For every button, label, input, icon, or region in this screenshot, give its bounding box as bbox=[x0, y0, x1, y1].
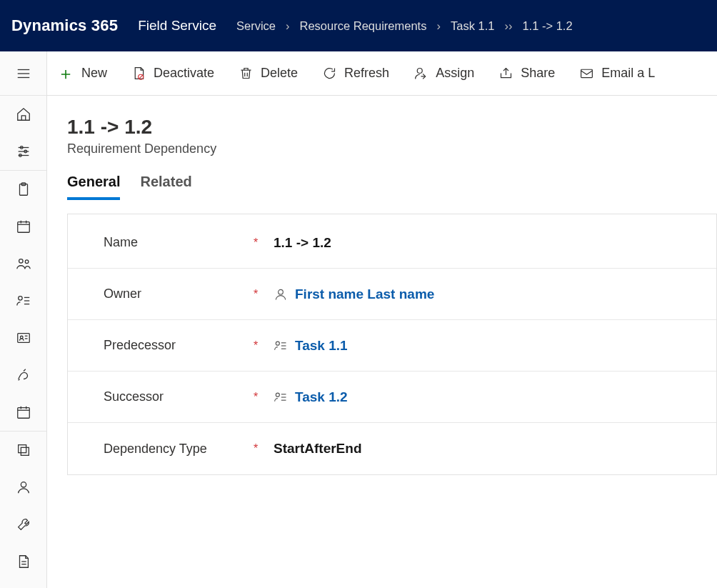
wrench-icon bbox=[16, 517, 31, 532]
plus-icon: ＋ bbox=[57, 65, 74, 82]
share-label: Share bbox=[521, 66, 555, 81]
svg-rect-30 bbox=[21, 447, 29, 455]
field-predecessor-value[interactable]: Task 1.1 bbox=[274, 338, 348, 354]
breadcrumb-resource-requirements[interactable]: Resource Requirements bbox=[300, 19, 427, 33]
field-dependency-type-label: Dependency Type bbox=[104, 442, 254, 457]
refresh-label: Refresh bbox=[344, 66, 389, 81]
tab-general[interactable]: General bbox=[67, 169, 120, 200]
breadcrumb-parent[interactable]: Task 1.1 bbox=[451, 19, 494, 33]
svg-rect-29 bbox=[18, 445, 26, 453]
field-name-row: Name * 1.1 -> 1.2 bbox=[68, 217, 716, 269]
svg-point-42 bbox=[279, 289, 284, 294]
trash-icon bbox=[239, 66, 254, 81]
document-icon bbox=[16, 554, 31, 569]
person-icon bbox=[274, 287, 288, 302]
nav-home[interactable] bbox=[0, 96, 47, 133]
field-predecessor-row: Predecessor * Task 1.1 bbox=[68, 320, 716, 372]
field-successor-text: Task 1.2 bbox=[295, 389, 348, 405]
deactivate-label: Deactivate bbox=[154, 66, 214, 81]
breadcrumb-current: 1.1 -> 1.2 bbox=[522, 19, 572, 33]
form-card: Name * 1.1 -> 1.2 Owner * First name Las… bbox=[67, 214, 717, 475]
email-label: Email a L bbox=[601, 66, 655, 81]
deactivate-icon bbox=[131, 66, 146, 81]
field-owner-label: Owner bbox=[104, 286, 254, 302]
svg-rect-11 bbox=[17, 222, 29, 233]
assign-button[interactable]: Assign bbox=[413, 66, 474, 81]
chevron-right-icon: › bbox=[286, 19, 290, 33]
share-icon bbox=[498, 66, 513, 81]
home-icon bbox=[16, 106, 31, 122]
delete-button[interactable]: Delete bbox=[239, 66, 298, 81]
nav-settings[interactable] bbox=[0, 506, 47, 543]
entity-label: Requirement Dependency bbox=[67, 141, 717, 156]
field-dependency-type-value[interactable]: StartAfterEnd bbox=[274, 441, 362, 457]
svg-rect-41 bbox=[581, 69, 593, 77]
field-name-text: 1.1 -> 1.2 bbox=[274, 235, 331, 251]
field-predecessor-text: Task 1.1 bbox=[295, 338, 348, 354]
field-dependency-type-row: Dependency Type * StartAfterEnd bbox=[68, 423, 716, 474]
nav-contact-card[interactable] bbox=[0, 319, 47, 357]
record-title: 1.1 -> 1.2 bbox=[67, 116, 717, 139]
double-chevron-right-icon: ›› bbox=[504, 19, 512, 33]
required-indicator: * bbox=[254, 339, 274, 352]
svg-point-31 bbox=[21, 482, 26, 487]
main-area: ＋ New Deactivate Delete Refresh Assign bbox=[47, 51, 717, 588]
field-owner-row: Owner * First name Last name bbox=[68, 269, 716, 320]
left-nav-rail bbox=[0, 51, 47, 588]
nav-person-list[interactable] bbox=[0, 282, 47, 319]
refresh-button[interactable]: Refresh bbox=[322, 66, 389, 81]
new-button[interactable]: ＋ New bbox=[57, 65, 107, 82]
nav-calendar-2[interactable] bbox=[0, 394, 47, 431]
breadcrumb-area[interactable]: Service bbox=[236, 19, 276, 33]
form-tabs: General Related bbox=[67, 169, 717, 201]
share-button[interactable]: Share bbox=[498, 66, 555, 81]
required-indicator: * bbox=[254, 288, 274, 301]
person-list-icon bbox=[16, 293, 31, 309]
svg-point-38 bbox=[417, 69, 422, 74]
global-header: Dynamics 365 Field Service Service › Res… bbox=[0, 0, 717, 51]
nav-stack[interactable] bbox=[0, 432, 47, 469]
person-list-icon bbox=[274, 339, 288, 353]
command-bar: ＋ New Deactivate Delete Refresh Assign bbox=[47, 51, 717, 96]
assign-label: Assign bbox=[436, 66, 474, 81]
service-icon bbox=[16, 367, 31, 383]
hamburger-toggle[interactable] bbox=[0, 55, 46, 92]
mail-icon bbox=[579, 66, 594, 81]
field-owner-value[interactable]: First name Last name bbox=[274, 286, 434, 302]
svg-line-35 bbox=[139, 75, 143, 79]
people-icon bbox=[16, 256, 31, 271]
svg-rect-21 bbox=[17, 334, 29, 343]
person-list-icon bbox=[274, 390, 288, 404]
nav-calendar[interactable] bbox=[0, 208, 47, 245]
field-name-value[interactable]: 1.1 -> 1.2 bbox=[274, 235, 331, 251]
app-name[interactable]: Field Service bbox=[138, 18, 216, 34]
stack-icon bbox=[16, 442, 31, 458]
nav-people[interactable] bbox=[0, 245, 47, 282]
field-owner-text: First name Last name bbox=[295, 286, 434, 302]
deactivate-button[interactable]: Deactivate bbox=[131, 66, 214, 81]
field-successor-label: Successor bbox=[104, 389, 254, 404]
nav-scheduling[interactable] bbox=[0, 133, 47, 170]
field-name-label: Name bbox=[104, 235, 254, 250]
nav-document[interactable] bbox=[0, 543, 47, 580]
svg-point-47 bbox=[276, 393, 279, 397]
svg-point-16 bbox=[25, 260, 29, 264]
required-indicator: * bbox=[254, 442, 274, 455]
required-indicator: * bbox=[254, 236, 274, 249]
calendar-icon bbox=[16, 219, 31, 234]
nav-clipboard[interactable] bbox=[0, 171, 47, 208]
svg-point-17 bbox=[18, 297, 22, 301]
nav-person[interactable] bbox=[0, 469, 47, 506]
field-dependency-type-text: StartAfterEnd bbox=[274, 441, 362, 457]
clipboard-icon bbox=[16, 181, 31, 197]
nav-service[interactable] bbox=[0, 357, 47, 394]
field-successor-value[interactable]: Task 1.2 bbox=[274, 389, 348, 405]
svg-point-15 bbox=[19, 259, 22, 264]
record-content: 1.1 -> 1.2 Requirement Dependency Genera… bbox=[47, 96, 717, 475]
brand-name: Dynamics 365 bbox=[11, 16, 118, 35]
hamburger-icon bbox=[16, 66, 31, 81]
tab-related[interactable]: Related bbox=[140, 169, 191, 200]
sliders-icon bbox=[16, 144, 31, 159]
email-link-button[interactable]: Email a L bbox=[579, 66, 655, 81]
field-predecessor-label: Predecessor bbox=[104, 338, 254, 353]
